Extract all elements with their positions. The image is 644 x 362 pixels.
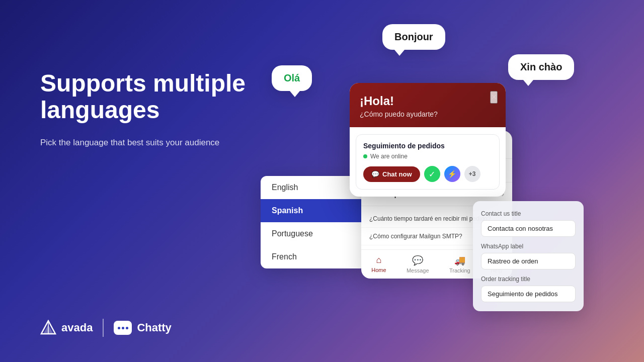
footer-logos: avada Chatty — [40, 319, 172, 337]
nav-tracking[interactable]: 🚚 Tracking — [449, 255, 470, 274]
order-tracking-card: Seguimiento de pedidos We are online 💬 C… — [356, 134, 500, 190]
message-icon: 💬 — [412, 255, 423, 266]
more-channels-badge[interactable]: +3 — [464, 166, 480, 182]
nav-message[interactable]: 💬 Message — [407, 255, 429, 274]
sub-heading: Pick the language that best suits your a… — [40, 136, 257, 149]
bubble-xin-chao: Xin chào — [508, 54, 574, 80]
chat-icon: 💬 — [371, 170, 379, 178]
chat-header-subtitle: ¿Cómo puedo ayudarte? — [360, 110, 496, 118]
whatsapp-icon: ✓ — [429, 169, 435, 179]
lang-spanish[interactable]: Spanish — [261, 199, 366, 222]
bubble-ola: Olá — [272, 65, 312, 91]
whatsapp-button[interactable]: ✓ — [424, 166, 440, 182]
home-icon: ⌂ — [376, 255, 381, 265]
chat-actions: 💬 Chat now ✓ ⚡ +3 — [363, 166, 492, 182]
online-indicator: We are online — [363, 153, 492, 160]
settings-panel: Contact us title Contacta con nosotras W… — [473, 201, 584, 311]
online-dot — [363, 154, 367, 158]
lang-portuguese[interactable]: Portuguese — [261, 222, 366, 245]
tracking-icon: 🚚 — [454, 255, 465, 266]
nav-home[interactable]: ⌂ Home — [371, 255, 386, 274]
chatty-icon — [114, 321, 132, 335]
chatty-logo: Chatty — [114, 321, 171, 335]
chat-widget-main: ¡Hola! ¿Cómo puedo ayudarte? × Seguimien… — [350, 83, 506, 197]
contact-us-input[interactable]: Contacta con nosotras — [481, 220, 576, 237]
messenger-icon: ⚡ — [448, 170, 456, 178]
logo-divider — [103, 319, 104, 337]
lang-french[interactable]: French — [261, 245, 366, 268]
main-heading: Supports multiple languages — [40, 70, 257, 124]
chat-header-title: ¡Hola! — [360, 94, 496, 108]
order-tracking-input[interactable]: Seguimiento de pedidos — [481, 286, 576, 302]
tracking-title: Seguimiento de pedidos — [363, 142, 492, 150]
whatsapp-input[interactable]: Rastreo de orden — [481, 253, 576, 269]
close-button[interactable]: × — [490, 91, 498, 104]
avada-icon — [40, 320, 56, 336]
avada-logo: avada — [40, 320, 93, 336]
bubble-bonjour: Bonjour — [382, 24, 445, 50]
order-tracking-label: Order tracking title — [481, 276, 576, 283]
whatsapp-label: WhatsApp label — [481, 243, 576, 250]
contact-us-label: Contact us title — [481, 210, 576, 217]
left-content: Supports multiple languages Pick the lan… — [40, 70, 257, 149]
messenger-button[interactable]: ⚡ — [444, 166, 460, 182]
chat-now-button[interactable]: 💬 Chat now — [363, 166, 420, 182]
chat-header: ¡Hola! ¿Cómo puedo ayudarte? × — [350, 83, 506, 127]
